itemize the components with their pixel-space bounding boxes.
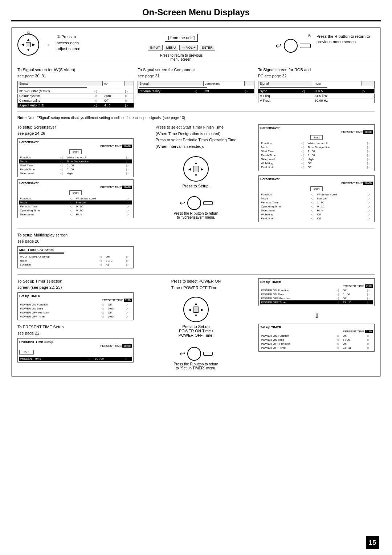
r-rect	[300, 44, 311, 48]
remote-center-button	[26, 42, 31, 48]
signal-av-table: Signal AV 3D Y/C Filter (NTSC) ◁	[17, 81, 134, 108]
present-time-setup-section: To PRESENT TIME Setup see page 22 PRESEN…	[17, 324, 134, 362]
r-rect-timer	[203, 352, 213, 356]
table-row: POWER OFF Time◁23 : 15▷	[260, 300, 373, 304]
multidisplay-screen: MULTI DISPLAY Setup MULTI DISPLAY Setup◁…	[17, 246, 134, 268]
down-arrow-icon: ⇓	[258, 312, 375, 320]
screensaver-section: To setup Screensaver see page 24-26 Scre…	[17, 124, 375, 224]
timer-initial-screen: Set up TIMER PRESENT TIME 2:30 POWER ON …	[17, 292, 134, 320]
signal-av-label: To Signal screen for AV(S Video) see pag…	[17, 67, 134, 79]
page-number: 15	[366, 536, 379, 549]
table-row: Location◁A1▷	[19, 263, 132, 267]
r-arrow-icon: ↩	[275, 41, 282, 50]
table-row: Mode◁Time Designation▷	[260, 145, 373, 149]
table-row: Operating Time◁0 : 15▷	[260, 204, 373, 208]
screensaver-screen1-title: Screensaver	[19, 140, 132, 144]
present-time-screen: PRESENT TIME Setup PRESENT TIME 10:00 Se…	[17, 338, 134, 362]
table-row: Side panel◁High▷	[260, 208, 373, 212]
table-row: POWER ON Time◁0:00▷	[19, 307, 132, 311]
screensaver-left-col: To setup Screensaver see page 24-26 Scre…	[17, 124, 134, 224]
top-section: ▲ ◀ ▶ ▼ ② → ② Press to	[17, 34, 375, 61]
signal-section: To Signal screen for AV(S Video) see pag…	[17, 63, 375, 112]
table-row: Function ◁ White bar scroll ▷	[19, 155, 132, 159]
table-row: MULTI DISPLAY Setup◁On▷	[19, 255, 132, 259]
press-text-3: adjust screen.	[57, 46, 81, 52]
press-text-block: ② Press to access each adjust screen.	[57, 34, 81, 52]
table-row: Mode◁Interval▷	[260, 197, 373, 200]
multidisplay-section: To setup Multidisplay screen see page 28…	[17, 228, 375, 271]
timer-after-time2: PRESENT TIME 2:30	[260, 330, 373, 333]
table-row: POWER ON Time◁6 : 00▷	[260, 338, 373, 342]
enter-btn: ENTER	[199, 45, 215, 50]
signal-component-table: Signal Component Cinema reality ◁	[138, 81, 254, 94]
table-row: Side panel◁High▷	[260, 157, 373, 161]
screensaver-present-time1: PRESENT TIME 10:00	[19, 145, 132, 148]
signal-component-col: To Signal screen for Component see page …	[138, 67, 254, 108]
menu-screen-text: menu screen.	[170, 57, 192, 61]
present-time-table: PRESENT TIME ◁ 10 : 00 ▷	[19, 357, 132, 361]
timer-left-col: To Set up Timer selection screen (see pa…	[17, 278, 134, 370]
ss-right-present-time1: PRESENT TIME 10:00	[260, 130, 373, 134]
r-rect-2	[203, 201, 213, 205]
table-row: H-Freq. 31.5 kHz	[258, 94, 374, 98]
table-row: Wobbling◁Off▷	[260, 161, 373, 165]
table-row: POWER OFF Time◁0:00▷	[19, 315, 132, 319]
press-return-screensaver: Press the R button to return to "Screens…	[174, 211, 219, 219]
screensaver-screen1: Screensaver PRESENT TIME 10:00 Start Fun…	[17, 138, 134, 177]
timer-instructions: Press to select POWER ON Time / POWER OF…	[171, 278, 221, 291]
table-row: Function ◁ White bar scroll ▷	[19, 197, 132, 200]
ss-right-start1: Start	[310, 135, 323, 140]
return-arrow-timer-icon: ↩	[180, 350, 185, 358]
table-row: Start Time◁7 : 00▷	[260, 149, 373, 153]
press-setup-text: Press to Setup.	[182, 184, 209, 188]
table-row: Function◁White bar scroll▷	[260, 193, 373, 197]
screensaver-right-screen1: Screensaver PRESENT TIME 10:00 Start Fun…	[258, 124, 375, 171]
table-row	[138, 86, 254, 89]
arrow-right-icon: →	[44, 41, 51, 49]
table-row: POWER OFF Function◁Off▷	[260, 296, 373, 300]
press-text-2: access each	[57, 40, 81, 46]
timer-press-return: Press the R button to return to "Set up …	[174, 362, 219, 370]
main-content-border: ▲ ◀ ▶ ▼ ② → ② Press to	[11, 27, 381, 377]
timer-after-screen1: Set up TIMER PRESENT TIME 2:30 POWER ON …	[258, 278, 375, 306]
table-row: 3D Y/C Filter (NTSC) ◁ ▷	[18, 89, 134, 94]
table-row: Wobbling◁Off▷	[260, 212, 373, 216]
table-row: Periodic Time ◁ 0 : 00 ▷	[19, 204, 132, 208]
r-circle-timer	[187, 347, 201, 361]
table-row: Colour system ◁ Auto ▷	[18, 94, 134, 98]
timer-present-time: PRESENT TIME 2:30	[19, 299, 132, 302]
table-row: POWER ON Function◁Off▷	[19, 303, 132, 307]
menu-btn: MENU	[164, 45, 179, 50]
multidisplay-center	[138, 232, 254, 271]
screensaver-table1: Function ◁ White bar scroll ▷ Mode ◁ Tim…	[19, 155, 132, 175]
table-row	[258, 86, 374, 89]
timer-label: To Set up Timer selection screen (see pa…	[17, 278, 134, 290]
signal-rgb-table: Signal RGB Sync ◁ H & V	[258, 81, 375, 103]
table-row: Peak limit◁Off▷	[260, 165, 373, 169]
r-circle-2	[187, 196, 201, 210]
timer-center-col: Press to select POWER ON Time / POWER OF…	[138, 278, 254, 370]
table-row: Mode ◁ Time Designation ▷	[19, 159, 132, 163]
ss-right-table1: Function◁White bar scroll▷ Mode◁Time Des…	[260, 141, 373, 169]
r-circle	[284, 39, 298, 53]
screensaver-present-time2: PRESENT TIME 10:00	[19, 186, 132, 189]
remote-arrows: ▲ ◀ ▶ ▼	[20, 37, 36, 53]
timer-after-table2: POWER ON Function◁On▷ POWER ON Time◁6 : …	[260, 334, 373, 350]
multidisplay-label: To setup Multidisplay screen see page 28	[17, 232, 134, 244]
signal-component-label: To Signal screen for Component see page …	[138, 67, 254, 79]
ss-right-table2: Function◁White bar scroll▷ Mode◁Interval…	[260, 193, 373, 220]
table-row: Peak limit◁Off▷	[260, 216, 373, 220]
screensaver-screen2-title: Screensaver	[19, 181, 132, 185]
r-button-section: R ↩ Press the R button to return to prev…	[275, 34, 375, 53]
table-row: POWER OFF Time◁23 : 15▷	[260, 346, 373, 350]
from-unit-section: [ from the unit ] INPUT MENU — VOL + ENT…	[91, 34, 272, 61]
ss-right-start2: Start	[310, 186, 323, 191]
table-row: POWER ON Function◁On▷	[260, 334, 373, 338]
return-arrow-icon: ↩	[180, 199, 185, 207]
timer-section: To Set up Timer selection screen (see pa…	[17, 274, 375, 370]
timer-press-setup: Press to Set up POWER ON Time / POWER OF…	[179, 324, 214, 337]
table-row: Periodic Time◁1 : 00▷	[260, 200, 373, 204]
vol-btn: — VOL +	[179, 45, 198, 50]
table-row: POWER OFF Function◁On▷	[260, 342, 373, 346]
multidisplay-right	[258, 232, 375, 271]
